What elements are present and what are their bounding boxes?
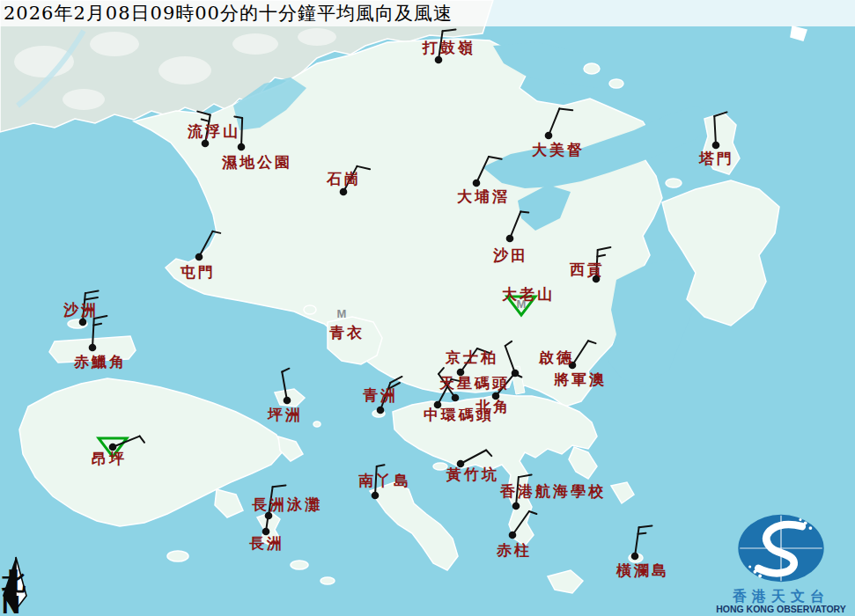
- map-title: 2026年2月08日09時00分的十分鐘平均風向及風速: [0, 1, 453, 26]
- compass-north-cn: 北: [2, 569, 42, 593]
- wind-map-page: MM 打鼓嶺流浮山濕地公園石崗大美督塔門大埔滘沙田西貢大老山屯門沙洲赤鱲角青衣京…: [0, 0, 855, 616]
- title-bar: 2026年2月08日09時00分的十分鐘平均風向及風速: [0, 0, 855, 26]
- hko-logo-cn: 香港天文台: [712, 589, 850, 605]
- maintenance-m-icon: M: [517, 297, 527, 311]
- compass-north-letter: N: [2, 593, 42, 616]
- compass: 北 N: [2, 569, 42, 616]
- maintenance-m-icon: M: [337, 307, 347, 320]
- hko-logo: 香港天文台 HONG KONG OBSERVATORY: [712, 511, 850, 615]
- hko-logo-icon: [733, 511, 829, 585]
- hko-logo-en: HONG KONG OBSERVATORY: [712, 604, 850, 615]
- station-tsing-yi: M: [337, 307, 347, 320]
